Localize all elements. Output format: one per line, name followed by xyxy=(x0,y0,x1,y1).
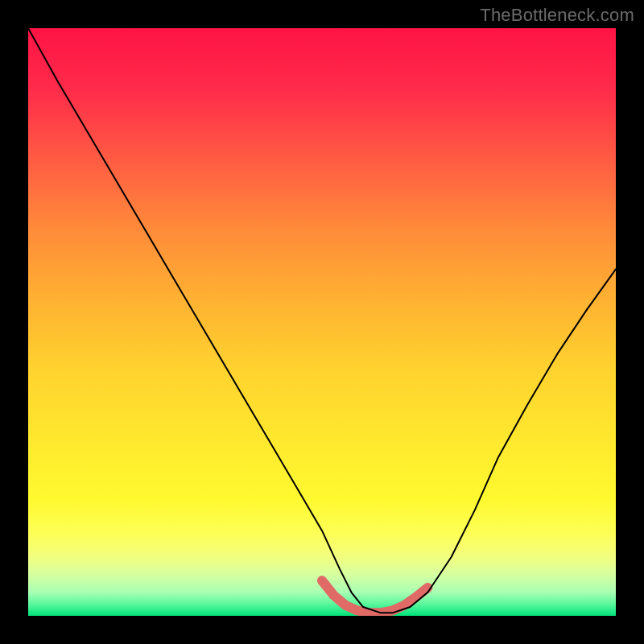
plot-area xyxy=(28,28,616,616)
curve-path xyxy=(28,28,616,613)
chart-frame: TheBottleneck.com xyxy=(0,0,644,644)
watermark-text: TheBottleneck.com xyxy=(480,5,634,26)
highlight-path xyxy=(322,580,427,613)
chart-svg xyxy=(28,28,616,616)
